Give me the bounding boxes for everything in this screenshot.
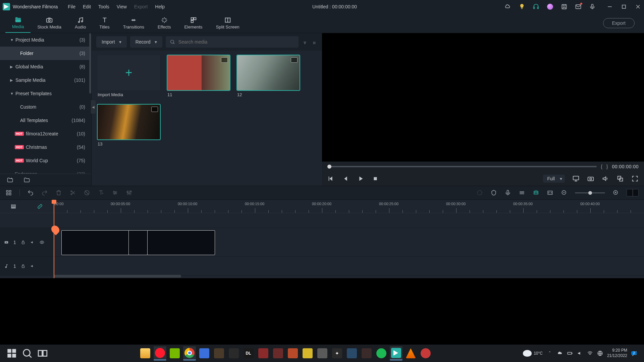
timeline-scrollbar[interactable] xyxy=(54,275,181,278)
timeline-clip[interactable] xyxy=(129,231,148,255)
split-button[interactable] xyxy=(69,189,76,196)
clock[interactable]: 9:20 PM 21/12/2022 xyxy=(607,348,627,358)
sidebar-item-global-media[interactable]: ▶Global Media(8) xyxy=(0,60,91,73)
mute-icon[interactable] xyxy=(30,264,35,268)
taskbar-app-generic-8[interactable] xyxy=(316,346,329,360)
voiceover-icon[interactable] xyxy=(504,189,511,196)
lightbulb-icon[interactable] xyxy=(519,3,525,10)
sidebar-collapse-button[interactable]: ◀ xyxy=(91,100,96,114)
lock-icon[interactable] xyxy=(21,264,25,268)
tab-titles[interactable]: Titles xyxy=(93,13,116,33)
audio-mixer-button[interactable] xyxy=(126,189,132,196)
filter-icon[interactable] xyxy=(302,39,308,45)
mixer-icon[interactable] xyxy=(519,189,525,196)
sidebar-item-custom[interactable]: Custom(0) xyxy=(0,100,91,114)
detach-icon[interactable] xyxy=(616,175,624,182)
sidebar-item-filmora12create[interactable]: HOTfilmora12create(10) xyxy=(0,127,91,140)
volume-icon[interactable] xyxy=(602,175,609,182)
taskbar-app-generic-12[interactable] xyxy=(419,346,432,360)
start-button[interactable] xyxy=(6,348,17,359)
fit-icon[interactable] xyxy=(547,189,553,196)
new-folder-plus-icon[interactable] xyxy=(7,177,13,183)
sidebar-item-sample-media[interactable]: ▶Sample Media(101) xyxy=(0,73,91,87)
tray-wifi-icon[interactable] xyxy=(587,350,593,356)
eye-icon[interactable] xyxy=(40,240,44,245)
menu-edit[interactable]: Edit xyxy=(83,4,91,9)
media-thumb-12[interactable]: 12 xyxy=(237,55,300,97)
taskbar-app-chrome[interactable] xyxy=(183,346,196,360)
timeline-clip[interactable] xyxy=(148,231,215,255)
stop-button[interactable] xyxy=(372,175,379,182)
taskbar-app-dl[interactable]: DL xyxy=(242,346,255,360)
taskbar-app-generic-5[interactable] xyxy=(272,346,284,360)
grid-view-icon[interactable] xyxy=(311,39,317,45)
taskbar-app-nvidia[interactable] xyxy=(168,346,181,360)
tab-elements[interactable]: Elements xyxy=(177,13,209,33)
taskbar-app-generic-4[interactable] xyxy=(257,346,270,360)
mark-in-icon[interactable]: { xyxy=(601,164,602,169)
play-backward-button[interactable] xyxy=(342,175,350,182)
tray-chevron-icon[interactable]: ˄ xyxy=(547,350,553,356)
account-icon[interactable] xyxy=(547,3,553,10)
search-media[interactable] xyxy=(166,36,299,48)
import-media-tile[interactable]: + Import Media xyxy=(98,55,160,97)
zoom-slider[interactable] xyxy=(575,192,605,193)
zoom-knob[interactable] xyxy=(588,191,592,195)
taskbar-app-explorer[interactable] xyxy=(139,346,152,360)
maximize-button[interactable] xyxy=(621,3,627,10)
seek-knob[interactable] xyxy=(327,165,331,169)
timeline-ruler[interactable]: 00:00 00:00:05:0000:00:10:0000:00:15:000… xyxy=(0,200,644,213)
taskbar-app-spotify[interactable] xyxy=(375,346,388,360)
lock-icon[interactable] xyxy=(21,240,25,245)
minimize-button[interactable] xyxy=(606,3,613,10)
taskbar-app-generic-11[interactable] xyxy=(360,346,373,360)
tab-split-screen[interactable]: Split Screen xyxy=(209,13,246,33)
tray-volume-icon[interactable] xyxy=(577,350,583,356)
taskbar-app-generic-9[interactable]: ✦ xyxy=(331,346,343,360)
play-button[interactable] xyxy=(357,175,364,182)
save-icon[interactable] xyxy=(561,3,568,10)
taskbar-app-generic-1[interactable] xyxy=(198,346,211,360)
taskbar-app-generic-2[interactable] xyxy=(213,346,225,360)
tab-stock-media[interactable]: Stock Media xyxy=(31,13,68,33)
zoom-in-button[interactable] xyxy=(612,189,619,196)
sidebar-item-endscreen[interactable]: Endscreen(23) xyxy=(0,167,91,174)
crop-button[interactable] xyxy=(84,189,90,196)
zoom-out-button[interactable] xyxy=(561,189,568,196)
notifications-button[interactable]: 2 xyxy=(631,350,637,356)
add-text-button[interactable] xyxy=(98,189,104,196)
video-track-body[interactable] xyxy=(54,228,644,256)
step-back-button[interactable] xyxy=(327,175,335,182)
media-thumb-13[interactable]: 13 xyxy=(98,105,160,146)
menu-help[interactable]: Help xyxy=(155,4,165,9)
ruler-track[interactable]: 00:00 00:00:05:0000:00:10:0000:00:15:000… xyxy=(54,200,644,213)
color-match-icon[interactable] xyxy=(476,189,483,196)
taskbar-app-generic-3[interactable] xyxy=(227,346,240,360)
tray-globe-icon[interactable] xyxy=(597,350,603,356)
video-track[interactable]: 1 xyxy=(0,228,644,257)
modules-icon[interactable] xyxy=(5,189,12,196)
task-view-button[interactable] xyxy=(37,348,48,359)
seek-slider[interactable] xyxy=(327,166,597,167)
undo-button[interactable] xyxy=(27,189,34,196)
sidebar-item-all-templates[interactable]: All Templates(1084) xyxy=(0,114,91,127)
folder-icon[interactable] xyxy=(23,177,30,183)
sidebar-item-folder[interactable]: Folder(3) xyxy=(0,47,91,60)
search-button[interactable] xyxy=(21,348,33,359)
export-button[interactable]: Export xyxy=(603,18,635,28)
taskbar-app-opera[interactable] xyxy=(154,346,166,360)
sidebar-scrollbar[interactable] xyxy=(89,33,91,94)
record-dropdown[interactable]: Record▾ xyxy=(130,36,162,48)
media-thumb-11[interactable]: 11 xyxy=(167,55,230,97)
menu-tools[interactable]: Tools xyxy=(98,4,109,9)
headset-icon[interactable] xyxy=(533,3,539,10)
playhead[interactable] xyxy=(54,200,54,278)
taskbar-app-generic-7[interactable] xyxy=(301,346,314,360)
taskbar-app-filmora[interactable] xyxy=(390,346,402,360)
monitor-icon[interactable] xyxy=(572,175,580,182)
tab-audio[interactable]: Audio xyxy=(68,13,93,33)
delete-button[interactable] xyxy=(55,189,62,196)
render-icon[interactable] xyxy=(533,189,539,196)
tray-onedrive-icon[interactable] xyxy=(557,350,563,356)
sidebar-item-christmas[interactable]: HOTChristmas(54) xyxy=(0,140,91,154)
